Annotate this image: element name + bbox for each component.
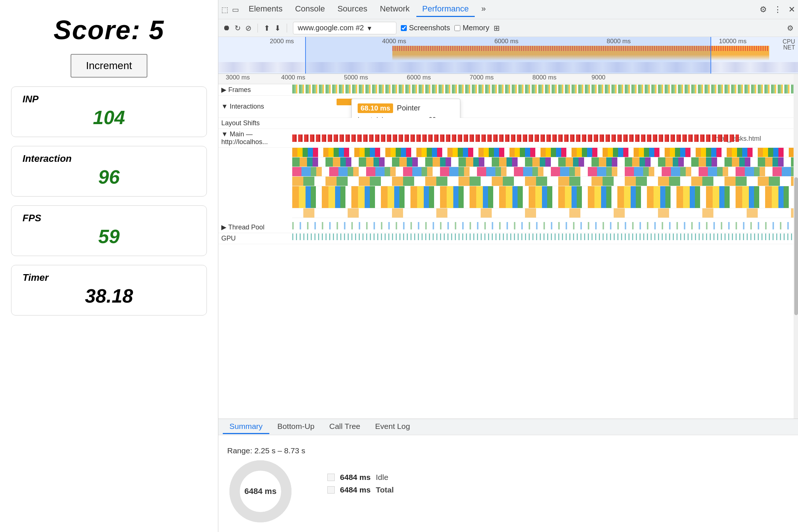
tab-bottom-up[interactable]: Bottom-Up — [271, 420, 321, 434]
devtools-action-icons: ⚙ ⋮ ✕ — [760, 5, 795, 14]
layout-shifts-content — [292, 118, 798, 129]
close-icon[interactable]: ✕ — [788, 5, 795, 14]
net-label: NET — [783, 44, 795, 51]
flame-row-5 — [292, 208, 798, 218]
tab-summary[interactable]: Summary — [223, 420, 269, 434]
tooltip-type: Pointer — [397, 104, 420, 112]
tooltip-input-delay-label: Input delay — [358, 116, 424, 118]
tooltip-input-delay-value: 66ms — [429, 116, 445, 118]
frames-content — [292, 85, 798, 95]
download-icon[interactable]: ⬇ — [274, 24, 281, 33]
tab-more[interactable]: » — [475, 2, 492, 17]
settings-gear-icon[interactable]: ⚙ — [760, 5, 767, 14]
thread-pool-label[interactable]: ▶ Thread Pool — [218, 222, 292, 233]
inspect-icon[interactable]: ⬚ — [221, 5, 228, 14]
screenshots-checkbox[interactable] — [401, 25, 407, 31]
flame-row-4 — [292, 177, 798, 186]
donut-chart: 6484 ms — [227, 458, 294, 525]
timeline-detail[interactable]: 3000 ms 4000 ms 5000 ms 6000 ms 7000 ms … — [218, 74, 798, 419]
refresh-record-icon[interactable]: ↻ — [235, 24, 241, 33]
scrollbar-track[interactable] — [794, 74, 798, 419]
main-thread-header: ▼ Main — http://localhos... small_tasks.… — [218, 129, 798, 148]
total-label: Total — [376, 485, 394, 494]
url-text: www.google.com #2 — [298, 24, 364, 32]
thread-pool-content — [292, 222, 798, 232]
main-thread-header-content: small_tasks.html — [292, 133, 798, 143]
layout-shifts-label[interactable]: Layout Shifts — [218, 118, 292, 129]
devtools-tab-bar: ⬚ ▭ Elements Console Sources Network Per… — [218, 0, 798, 19]
memory-checkbox[interactable] — [454, 25, 460, 31]
interaction-value: 96 — [23, 166, 195, 188]
ruler-8000: 8000 ms — [532, 74, 556, 81]
bottom-tab-bar: Summary Bottom-Up Call Tree Event Log — [218, 419, 798, 435]
timeline-overview[interactable]: 2000 ms 4000 ms 6000 ms 8000 ms 10000 ms… — [218, 37, 798, 74]
scrollbar-thumb[interactable] — [794, 177, 798, 315]
total-ms: 6484 ms — [340, 485, 371, 494]
total-stat-box — [327, 486, 335, 494]
summary-left: Range: 2.25 s – 8.73 s 6484 ms — [227, 443, 305, 525]
ruler-5000: 5000 ms — [344, 74, 368, 81]
interactions-label[interactable]: ▼ Interactions — [218, 101, 292, 112]
ruler-9000: 9000 — [591, 74, 606, 81]
tab-elements[interactable]: Elements — [243, 2, 289, 17]
tab-call-tree[interactable]: Call Tree — [323, 420, 367, 434]
fps-value: 59 — [23, 225, 195, 248]
performance-toolbar: ⏺ ↻ ⊘ ⬆ ⬇ www.google.com #2 ▾ Screenshot… — [218, 19, 798, 37]
main-thread-label[interactable]: ▼ Main — http://localhos... — [218, 129, 292, 147]
main-thread-red-bar — [292, 134, 739, 142]
overview-time-2: 6000 ms — [494, 38, 518, 45]
memory-label: Memory — [463, 24, 489, 32]
overview-time-1: 4000 ms — [382, 38, 406, 45]
timer-value: 38.18 — [23, 285, 195, 307]
url-display: www.google.com #2 ▾ — [293, 22, 396, 34]
tab-network[interactable]: Network — [374, 2, 416, 17]
url-dropdown-icon[interactable]: ▾ — [368, 24, 371, 33]
idle-stat-row: 6484 ms Idle — [327, 473, 394, 482]
idle-stat-box — [327, 474, 335, 481]
thread-pool-track: ▶ Thread Pool — [218, 222, 798, 233]
inp-value: 104 — [23, 106, 195, 129]
timeline-ruler: 3000 ms 4000 ms 5000 ms 6000 ms 7000 ms … — [218, 74, 798, 84]
interactions-track: ▼ Interactions 68.10 ms Pointer Input de… — [218, 96, 798, 118]
capture-settings-icon[interactable]: ⊞ — [494, 24, 500, 33]
summary-content: Range: 2.25 s – 8.73 s 6484 ms 6484 ms I… — [218, 435, 798, 532]
screenshots-label: Screenshots — [409, 24, 450, 32]
layout-shifts-track: Layout Shifts — [218, 118, 798, 129]
ruler-7000: 7000 ms — [470, 74, 494, 81]
increment-button[interactable]: Increment — [71, 54, 148, 78]
flame-row-2 — [292, 157, 798, 167]
gpu-track: GPU — [218, 233, 798, 244]
toolbar-separator-1 — [258, 24, 258, 33]
tooltip-input-delay-row: Input delay 66ms — [358, 116, 454, 118]
range-text: Range: 2.25 s – 8.73 s — [227, 443, 305, 457]
tab-event-log[interactable]: Event Log — [368, 420, 417, 434]
tab-sources[interactable]: Sources — [331, 2, 373, 17]
timer-label: Timer — [23, 272, 195, 283]
frames-bar — [292, 85, 798, 93]
idle-ms: 6484 ms — [340, 473, 371, 482]
flame-row-3 — [292, 167, 798, 177]
fps-label: FPS — [23, 212, 195, 224]
record-icon[interactable]: ⏺ — [223, 24, 230, 32]
interaction-card: Interaction 96 — [11, 146, 207, 197]
donut-center-label: 6484 ms — [245, 487, 277, 496]
more-options-icon[interactable]: ⋮ — [774, 5, 782, 14]
total-stat-row: 6484 ms Total — [327, 485, 394, 494]
idle-label: Idle — [376, 473, 388, 482]
ruler-6000: 6000 ms — [407, 74, 431, 81]
score-display: Score: 5 — [54, 15, 164, 45]
upload-icon[interactable]: ⬆ — [264, 24, 270, 33]
device-icon[interactable]: ▭ — [232, 5, 239, 14]
thread-pool-bar — [292, 222, 798, 229]
frames-label[interactable]: ▶ Frames — [218, 84, 292, 95]
ruler-3000: 3000 ms — [226, 74, 250, 81]
gpu-label[interactable]: GPU — [218, 233, 292, 244]
ruler-4000: 4000 ms — [281, 74, 305, 81]
tab-performance[interactable]: Performance — [416, 2, 475, 17]
gpu-content — [292, 233, 798, 244]
clear-icon[interactable]: ⊘ — [245, 24, 252, 33]
toolbar-settings-icon[interactable]: ⚙ — [787, 24, 794, 33]
fps-card: FPS 59 — [11, 205, 207, 256]
interaction-label: Interaction — [23, 153, 195, 164]
tab-console[interactable]: Console — [289, 2, 331, 17]
